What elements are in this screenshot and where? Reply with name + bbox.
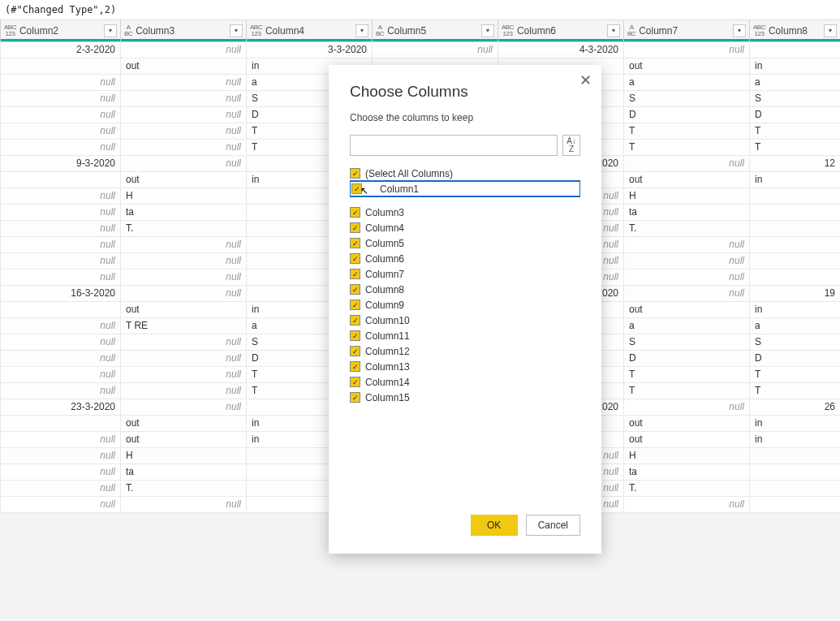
cancel-button[interactable]: Cancel [526,515,580,536]
cell[interactable]: D [624,350,750,366]
cell[interactable]: out [121,431,247,447]
cell[interactable]: T. [624,220,750,236]
cell[interactable]: null [1,382,121,399]
column-option-column5[interactable]: Column5 [350,235,580,251]
column-option-column12[interactable]: Column12 [350,343,580,359]
cell[interactable] [750,236,841,252]
cell[interactable]: null [1,123,121,139]
cell[interactable]: null [1,106,121,123]
cell[interactable]: T [750,382,841,399]
cell[interactable]: null [1,90,121,106]
filter-dropdown-icon[interactable]: ▾ [824,24,837,37]
column-option-column11[interactable]: Column11 [350,328,580,343]
cell[interactable]: in [750,431,841,447]
close-icon[interactable]: ✕ [579,73,592,88]
cell[interactable]: null [624,252,750,269]
cell[interactable]: D [624,106,750,123]
cell[interactable]: D [750,106,841,123]
cell[interactable]: null [1,236,121,252]
cell[interactable] [1,415,121,431]
cell[interactable]: H [624,188,750,204]
cell[interactable]: null [624,496,750,512]
checkbox-icon[interactable] [350,330,360,341]
column-option-column6[interactable]: Column6 [350,251,580,266]
cell[interactable]: 2-3-2020 [1,41,121,58]
column-header-column4[interactable]: ABC123Column4▾ [247,20,373,41]
column-option-column13[interactable]: Column13 [350,359,580,374]
cell[interactable] [750,41,841,58]
cell[interactable]: ta [624,464,750,480]
cell[interactable]: null [1,188,121,204]
cell[interactable]: ta [624,204,750,220]
cell[interactable]: null [624,269,750,285]
checkbox-icon[interactable] [350,377,360,387]
select-all-columns[interactable]: (Select All Columns) [350,166,580,181]
cell[interactable]: in [750,415,841,431]
cell[interactable]: H [121,188,247,204]
cell[interactable]: null [121,90,247,106]
cell[interactable]: null [121,496,247,512]
checkbox-icon[interactable] [350,392,360,403]
cell[interactable] [1,301,121,317]
cell[interactable]: D [750,350,841,366]
table-row[interactable]: 2-3-2020null3-3-2020null4-3-2020null [1,41,841,58]
cell[interactable]: T [750,123,841,139]
cell[interactable]: null [624,236,750,252]
cell[interactable] [750,496,841,512]
cell[interactable]: null [121,382,247,399]
cell[interactable]: null [121,106,247,123]
cell[interactable]: null [1,269,121,285]
cell[interactable]: T. [121,480,247,496]
cell[interactable]: null [1,350,121,366]
column-option-column8[interactable]: Column8 [350,282,580,297]
checkbox-icon[interactable] [350,315,360,326]
cell[interactable]: out [624,415,750,431]
column-option-column15[interactable]: Column15 [350,390,580,405]
filter-dropdown-icon[interactable]: ▾ [230,24,243,37]
checkbox-icon[interactable] [350,269,360,279]
cell[interactable]: out [121,58,247,74]
cell[interactable]: null [373,41,498,58]
cell[interactable]: ta [121,204,247,220]
cell[interactable]: null [121,41,247,58]
filter-dropdown-icon[interactable]: ▾ [733,24,746,37]
cell[interactable]: null [121,285,247,301]
cell[interactable]: null [121,139,247,155]
cell[interactable]: null [624,41,750,58]
column-option-column7[interactable]: Column7 [350,266,580,282]
cell[interactable] [1,171,121,188]
cell[interactable]: null [624,399,750,415]
cell[interactable]: null [1,139,121,155]
cell[interactable]: null [1,496,121,512]
cell[interactable]: S [750,334,841,350]
cell[interactable]: out [624,301,750,317]
cell[interactable]: 26 [750,399,841,415]
ok-button[interactable]: OK [471,515,518,536]
checkbox-icon[interactable] [350,300,360,310]
cell[interactable]: null [1,220,121,236]
cell[interactable] [750,188,841,204]
checkbox-icon[interactable] [350,361,360,372]
cell[interactable]: null [121,399,247,415]
cell[interactable] [750,220,841,236]
column-header-column5[interactable]: ABCColumn5▾ [373,20,498,41]
column-option-column3[interactable]: Column3 [350,205,580,220]
cell[interactable]: ta [121,464,247,480]
cell[interactable]: a [624,317,750,334]
cell[interactable] [1,58,121,74]
cell[interactable]: 23-3-2020 [1,399,121,415]
cell[interactable] [750,204,841,220]
cell[interactable]: S [624,90,750,106]
cell[interactable]: in [750,301,841,317]
cell[interactable]: null [121,334,247,350]
cell[interactable]: in [750,171,841,188]
sort-az-button[interactable]: A↓Z [562,135,580,156]
cell[interactable]: T [624,139,750,155]
column-header-column2[interactable]: ABC123Column2▾ [1,20,121,41]
cell[interactable]: null [624,285,750,301]
cell[interactable]: null [1,366,121,382]
cell[interactable]: H [624,447,750,464]
cell[interactable]: 12 [750,155,841,171]
column-option-column14[interactable]: Column14 [350,374,580,390]
cell[interactable]: 19 [750,285,841,301]
